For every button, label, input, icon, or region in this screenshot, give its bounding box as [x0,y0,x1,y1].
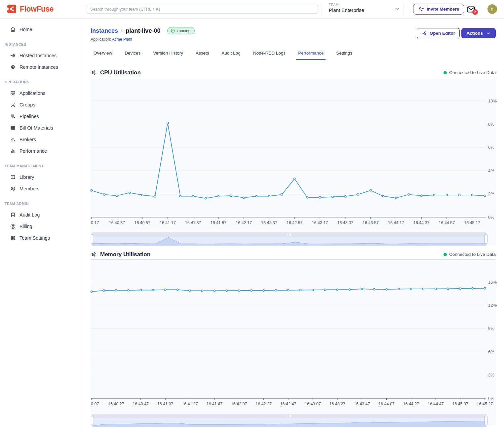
team-label: TEAM: [329,3,364,7]
open-editor-label: Open Editor [430,31,455,36]
y-axis-label: 8% [488,122,494,127]
tab-version-history[interactable]: Version History [151,49,185,60]
tab-performance[interactable]: Performance [296,49,326,60]
slider-preview[interactable] [92,237,486,246]
slider-grip-icon[interactable] [288,233,291,236]
x-axis-label: 16:42:17 [236,220,252,225]
actions-label: Actions [466,31,483,36]
pipelines-icon [10,113,16,119]
slider-handle-left[interactable] [91,234,94,244]
avatar[interactable]: fl [487,4,497,14]
time-range-slider[interactable] [92,414,486,427]
tab-assets[interactable]: Assets [194,49,211,60]
tab-audit-log[interactable]: Audit Log [220,49,243,60]
y-axis-label: 9% [488,326,494,331]
sidebar-item-audit-log[interactable]: Audit Log [0,209,82,220]
notifications-button[interactable]: 2 [467,5,477,15]
application-line: Application: Acme Plant [91,37,132,42]
slider-handle-left[interactable] [91,416,94,425]
team-settings-icon [10,235,16,241]
sidebar-section-label: TEAM ADMIN [0,202,82,206]
x-axis-label: 16:43:27 [329,402,345,406]
sidebar-item-pipelines[interactable]: Pipelines [0,110,82,122]
sidebar-item-billing[interactable]: Billing [0,220,82,232]
chevron-down-icon [486,31,491,36]
sidebar-section-label: TEAM MANAGEMENT [0,164,82,168]
sidebar-item-performance[interactable]: Performance [0,145,82,157]
x-axis-label: 16:40:27 [108,402,124,406]
application-link[interactable]: Acme Plant [112,37,132,42]
sidebar-item-label: Applications [19,91,45,96]
slider-preview[interactable] [92,418,486,427]
sidebar-item-library[interactable]: Library [0,171,82,183]
slider-track[interactable] [92,414,486,418]
sidebar-item-applications[interactable]: Applications [0,87,82,99]
slider-track[interactable] [92,232,486,237]
sidebar-item-groups[interactable]: Groups [0,99,82,110]
sidebar-item-brokers[interactable]: Brokers [0,134,82,145]
tab-node-red-logs[interactable]: Node-RED Logs [251,49,288,60]
brokers-icon [10,137,16,142]
main-content: Instances › plant-live-00 running Applic… [82,19,504,436]
slider-preview-area [92,418,486,427]
slider-grip-icon[interactable] [288,415,291,417]
tab-overview[interactable]: Overview [92,49,114,60]
team-selector[interactable]: TEAM: Plant Enterprise [329,3,364,13]
sidebar-section-label: INSTANCES [0,42,82,46]
invite-members-button[interactable]: Invite Members [413,4,464,15]
slider-handle-right[interactable] [485,234,487,244]
memory-utilisation-chart[interactable]: 0%3%6%9%12%15%0:0716:40:2716:40:4716:41:… [91,263,504,411]
cpu-chip-icon [91,251,97,258]
x-axis-label: 0:07 [91,402,99,406]
grip-bar [290,233,291,236]
y-axis-label: 2% [488,191,494,196]
search-input[interactable] [87,5,318,14]
time-range-slider[interactable] [92,232,486,246]
cpu-chip-icon [91,69,97,76]
members-icon [10,186,16,192]
y-axis-label: 6% [488,145,494,150]
x-axis-label: 16:43:17 [312,220,328,225]
sidebar-item-members[interactable]: Members [0,183,82,194]
tab-bar: OverviewDevicesVersion HistoryAssetsAudi… [92,49,354,60]
x-axis-label: 16:44:17 [388,220,404,225]
x-axis-label: 16:43:37 [337,220,353,225]
bill-of-materials-icon [10,125,16,131]
header-divider [322,4,322,15]
application-label: Application: [91,37,111,42]
cpu-utilisation-chart[interactable]: 0%2%4%6%8%10%0:1716:40:3716:40:5716:41:1… [91,81,504,230]
sidebar-item-label: Audit Log [19,212,40,218]
sidebar-item-label: Remote Instances [19,64,58,70]
flowfuse-logo[interactable]: FlowFuse [7,4,54,14]
node-editor-icon [421,30,427,36]
x-axis-label: 16:42:27 [255,402,272,406]
sidebar-item-remote-instances[interactable]: Remote Instances [0,61,82,73]
slider-handle-right[interactable] [485,416,487,425]
x-axis-label: 16:44:27 [403,402,419,406]
chevron-down-icon[interactable] [394,6,400,12]
y-axis-label: 15% [488,280,497,285]
y-axis-label: 3% [488,373,494,377]
sidebar-item-bill-of-materials[interactable]: Bill Of Materials [0,122,82,134]
tab-devices[interactable]: Devices [123,49,142,60]
notification-count-badge: 2 [472,9,478,15]
sidebar-item-hosted-instances[interactable]: Hosted Instances [0,50,82,61]
sidebar-item-home[interactable]: Home [0,23,82,35]
x-axis-label: 16:41:57 [211,220,227,225]
play-circle-icon [171,28,175,33]
sidebar-item-team-settings[interactable]: Team Settings [0,232,82,244]
x-axis-label: 16:44:47 [428,402,444,406]
billing-icon [10,223,16,229]
actions-button[interactable]: Actions [461,28,496,38]
breadcrumb-instances-link[interactable]: Instances [91,27,118,34]
chart-title: CPU Utilisation [100,69,141,76]
open-editor-button[interactable]: Open Editor [417,28,460,38]
sidebar-item-label: Performance [19,148,47,154]
live-status-text: Connected to Live Data [449,252,496,257]
tab-settings[interactable]: Settings [334,49,354,60]
x-axis-label: 16:42:57 [287,220,303,225]
live-status: Connected to Live Data [444,70,496,75]
sidebar-item-label: Home [19,27,32,32]
sidebar-item-label: Members [19,186,39,191]
sidebar-item-label: Library [19,175,34,180]
